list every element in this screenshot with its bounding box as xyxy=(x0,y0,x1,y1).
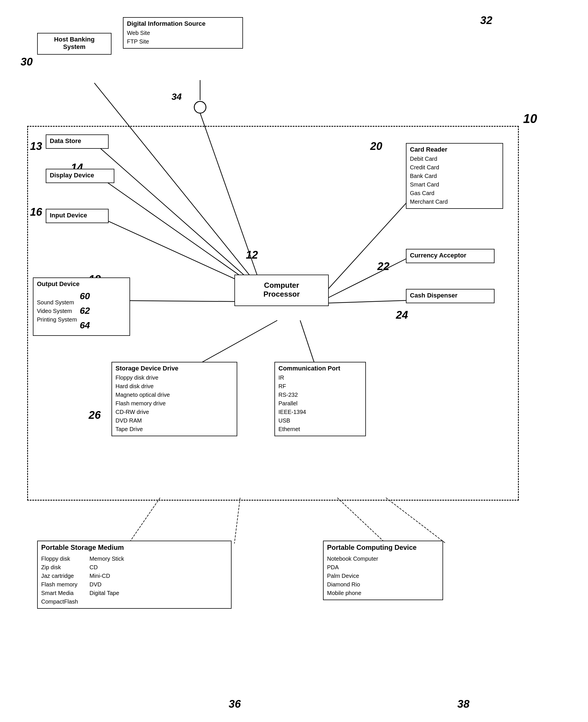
data-store-title: Data Store xyxy=(50,137,105,145)
label-22: 22 xyxy=(377,260,389,273)
diagram-container: 32 Digital Information Source Web Site F… xyxy=(0,0,588,722)
label-20: 20 xyxy=(370,140,382,153)
svg-line-13 xyxy=(234,498,240,543)
cash-dispenser-box: Cash Dispenser xyxy=(406,289,495,303)
storage-item-5: CD-RW drive xyxy=(115,408,233,416)
pc-item-2: PDA xyxy=(327,563,439,571)
circle-node-34 xyxy=(194,101,206,114)
ps-col2-item-4: DVD xyxy=(89,580,124,589)
comm-item-6: USB xyxy=(278,416,362,425)
label-10: 10 xyxy=(523,112,537,126)
portable-storage-box: Portable Storage Medium Floppy disk Zip … xyxy=(37,541,232,609)
svg-line-12 xyxy=(129,498,160,543)
card-reader-box: Card Reader Debit Card Credit Card Bank … xyxy=(406,143,503,209)
comm-item-2: RF xyxy=(278,382,362,390)
card-reader-item-1: Debit Card xyxy=(410,155,499,163)
pc-item-4: Diamond Rio xyxy=(327,580,439,589)
card-reader-item-6: Merchant Card xyxy=(410,197,499,206)
ps-col2-item-2: CD xyxy=(89,563,124,571)
portable-storage-title: Portable Storage Medium xyxy=(41,543,228,551)
output-device-title: Output Device xyxy=(37,280,126,288)
portable-computing-box: Portable Computing Device Notebook Compu… xyxy=(323,541,443,600)
digital-info-box: Digital Information Source Web Site FTP … xyxy=(123,17,243,48)
ps-col1-item-5: Smart Media xyxy=(41,589,78,597)
digital-info-item-1: Web Site xyxy=(127,28,239,37)
storage-item-7: Tape Drive xyxy=(115,425,233,434)
host-banking-box: Host BankingSystem xyxy=(37,33,111,55)
card-reader-item-4: Smart Card xyxy=(410,180,499,189)
host-banking-title: Host BankingSystem xyxy=(41,36,107,51)
svg-line-15 xyxy=(386,498,446,543)
card-reader-item-2: Credit Card xyxy=(410,163,499,172)
comm-item-7: Ethernet xyxy=(278,425,362,434)
comm-item-5: IEEE-1394 xyxy=(278,408,362,416)
label-26: 26 xyxy=(89,409,101,421)
ps-col1-item-4: Flash memory xyxy=(41,580,78,589)
ps-col1-item-2: Zip disk xyxy=(41,563,78,571)
display-device-title: Display Device xyxy=(50,172,110,179)
storage-item-2: Hard disk drive xyxy=(115,382,233,390)
computer-processor-box: ComputerProcessor xyxy=(234,275,329,306)
output-item-1: Sound System xyxy=(37,298,77,307)
currency-acceptor-title: Currency Acceptor xyxy=(410,252,490,259)
currency-acceptor-box: Currency Acceptor xyxy=(406,249,495,263)
storage-item-6: DVD RAM xyxy=(115,416,233,425)
computer-processor-title: ComputerProcessor xyxy=(239,281,324,299)
input-device-title: Input Device xyxy=(50,212,105,219)
output-item-2: Video System xyxy=(37,307,77,315)
digital-info-title: Digital Information Source xyxy=(127,20,239,27)
ps-col1-item-3: Jaz cartridge xyxy=(41,571,78,580)
storage-item-3: Magneto optical drive xyxy=(115,390,233,399)
data-store-box: Data Store xyxy=(46,135,109,149)
storage-item-1: Floppy disk drive xyxy=(115,373,233,382)
card-reader-item-3: Bank Card xyxy=(410,172,499,180)
label-12: 12 xyxy=(246,249,258,261)
output-item-3: Printing System xyxy=(37,315,77,324)
storage-item-4: Flash memory drive xyxy=(115,399,233,408)
card-reader-item-5: Gas Card xyxy=(410,189,499,197)
label-36: 36 xyxy=(229,698,241,710)
pc-item-1: Notebook Computer xyxy=(327,554,439,563)
label-16: 16 xyxy=(30,206,42,218)
label-38: 38 xyxy=(457,698,469,710)
ps-col2-item-1: Memory Stick xyxy=(89,554,124,563)
output-device-box: Output Device Sound System Video System … xyxy=(33,278,130,336)
storage-device-title: Storage Device Drive xyxy=(115,365,233,372)
pc-item-5: Mobile phone xyxy=(327,589,439,597)
comm-port-title: Communication Port xyxy=(278,365,362,372)
portable-computing-title: Portable Computing Device xyxy=(327,543,439,551)
input-device-box: Input Device xyxy=(46,209,109,223)
label-30: 30 xyxy=(21,56,33,68)
comm-item-4: Parallel xyxy=(278,399,362,408)
card-reader-title: Card Reader xyxy=(410,146,499,153)
label-34: 34 xyxy=(171,92,182,102)
label-13: 13 xyxy=(30,140,42,153)
ps-col2-item-5: Digital Tape xyxy=(89,589,124,597)
label-24: 24 xyxy=(396,309,408,321)
svg-line-14 xyxy=(337,498,386,543)
comm-item-3: RS-232 xyxy=(278,390,362,399)
ps-col2-item-3: Mini-CD xyxy=(89,571,124,580)
communication-port-box: Communication Port IR RF RS-232 Parallel… xyxy=(274,362,366,436)
storage-device-box: Storage Device Drive Floppy disk drive H… xyxy=(111,362,237,436)
ps-col1-item-6: CompactFlash xyxy=(41,597,78,606)
cash-dispenser-title: Cash Dispenser xyxy=(410,292,490,299)
label-32: 32 xyxy=(480,14,492,26)
display-device-box: Display Device xyxy=(46,169,114,183)
digital-info-item-2: FTP Site xyxy=(127,37,239,46)
pc-item-3: Palm Device xyxy=(327,571,439,580)
comm-item-1: IR xyxy=(278,373,362,382)
ps-col1-item-1: Floppy disk xyxy=(41,554,78,563)
